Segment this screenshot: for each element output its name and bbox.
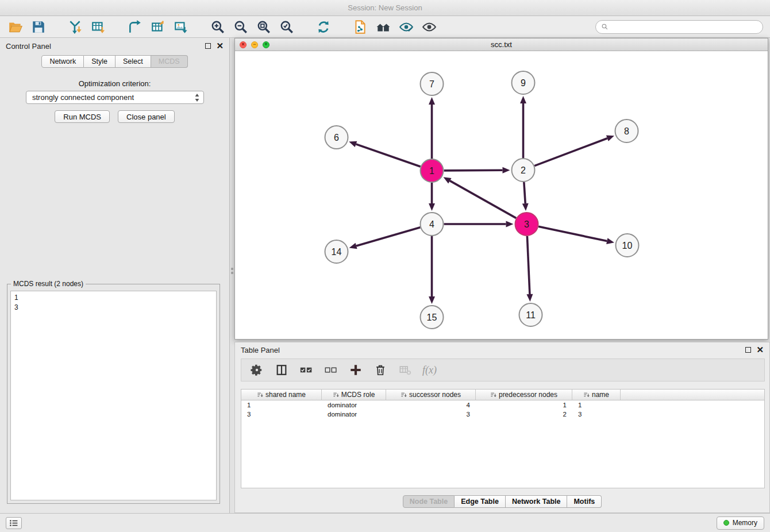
show-columns-icon[interactable] — [274, 363, 289, 377]
network-canvas[interactable]: 7968124314101511 — [235, 51, 768, 339]
export-table-icon[interactable] — [149, 18, 167, 36]
column-header-successor-nodes[interactable]: successor nodes — [386, 390, 476, 400]
memory-button[interactable]: Memory — [717, 516, 764, 530]
graph-node-label: 15 — [427, 313, 437, 322]
graph-edge-1-2[interactable] — [444, 170, 502, 171]
search-icon — [601, 23, 609, 30]
panel-menu-button[interactable] — [6, 517, 22, 529]
graph-node-label: 4 — [429, 219, 434, 229]
close-panel-button[interactable]: Close panel — [118, 110, 175, 123]
import-network-icon[interactable] — [67, 18, 84, 36]
memory-label: Memory — [733, 519, 757, 527]
tab-edge-table[interactable]: Edge Table — [455, 495, 506, 508]
mcds-result-line: 3 — [14, 303, 213, 313]
table-cell: 1 — [241, 400, 322, 410]
window-title: Session: New Session — [348, 3, 422, 12]
save-session-icon[interactable] — [30, 18, 47, 36]
tab-style[interactable]: Style — [84, 55, 116, 68]
panel-splitter[interactable] — [230, 38, 234, 513]
function-builder-icon[interactable]: f(x) — [422, 364, 437, 376]
column-header-predecessor-nodes[interactable]: predecessor nodes — [476, 390, 572, 400]
close-window-icon[interactable]: × — [240, 41, 247, 48]
tab-network-table[interactable]: Network Table — [506, 495, 568, 508]
add-row-icon[interactable] — [348, 363, 363, 377]
table-body: 1dominator4113dominator323 — [241, 400, 764, 419]
graph-node-label: 3 — [524, 219, 529, 229]
export-image-icon[interactable] — [172, 18, 190, 36]
table-cell: 2 — [476, 410, 572, 419]
table-cell: 4 — [386, 400, 476, 410]
graph-edge-2-8[interactable] — [534, 138, 607, 166]
graph-edge-arrowhead — [520, 96, 526, 103]
copy-network-icon[interactable] — [352, 18, 369, 36]
column-header-filler — [621, 390, 764, 400]
delete-row-icon[interactable] — [373, 363, 388, 377]
mcds-result-title: MCDS result (2 nodes) — [11, 280, 86, 288]
search-field[interactable] — [595, 20, 763, 34]
table-panel-tabs: Node TableEdge TableNetwork TableMotifs — [235, 495, 769, 508]
import-table-disabled-icon — [398, 363, 413, 377]
graph-edge-arrowhead — [429, 203, 435, 211]
minimize-window-icon[interactable]: − — [251, 41, 258, 48]
mcds-result-list[interactable]: 13 — [10, 291, 217, 500]
table-panel-title: Table Panel — [241, 346, 280, 354]
graph-edge-1-6[interactable] — [356, 144, 420, 167]
graph-node-label: 2 — [521, 165, 526, 175]
float-table-panel-icon[interactable] — [745, 347, 751, 353]
graph-node-label: 8 — [624, 126, 629, 136]
status-bar: Memory — [0, 513, 770, 532]
show-graphics-details-icon[interactable] — [421, 18, 438, 36]
column-header-label: shared name — [265, 391, 306, 399]
column-header-label: predecessor nodes — [499, 391, 557, 399]
open-session-icon[interactable] — [7, 18, 24, 36]
tab-mcds[interactable]: MCDS — [151, 55, 188, 68]
apply-style-icon[interactable] — [398, 18, 415, 36]
search-input[interactable] — [611, 23, 757, 31]
optimization-criterion-label: Optimization criterion: — [0, 79, 229, 88]
tab-motifs[interactable]: Motifs — [567, 495, 602, 508]
graph-edge-arrowhead — [522, 203, 529, 211]
table-panel: Table Panel ✕ — [234, 342, 770, 513]
run-mcds-button[interactable]: Run MCDS — [55, 110, 110, 123]
mcds-result-line: 1 — [14, 293, 213, 303]
tab-node-table[interactable]: Node Table — [403, 495, 455, 508]
tab-network[interactable]: Network — [41, 55, 84, 68]
network-window-titlebar[interactable]: × − + scc.txt — [235, 38, 768, 51]
graph-node-label: 1 — [429, 166, 434, 176]
network-window-title: scc.txt — [491, 40, 512, 49]
tab-select[interactable]: Select — [116, 55, 151, 68]
import-table-icon[interactable] — [90, 18, 107, 36]
graph-node-label: 9 — [521, 78, 526, 88]
column-header-shared-name[interactable]: shared name — [241, 390, 322, 400]
deselect-all-icon[interactable] — [324, 363, 338, 377]
zoom-in-icon[interactable] — [209, 18, 226, 36]
maximize-window-icon[interactable]: + — [263, 41, 270, 48]
table-row[interactable]: 1dominator411 — [241, 400, 764, 410]
table-settings-icon[interactable] — [249, 363, 264, 377]
node-table: shared nameMCDS rolesuccessor nodesprede… — [241, 389, 765, 488]
close-table-panel-icon[interactable]: ✕ — [756, 347, 764, 353]
apply-layout-icon[interactable] — [315, 18, 332, 36]
column-header-mcds-role[interactable]: MCDS role — [322, 390, 386, 400]
float-panel-icon[interactable] — [205, 43, 211, 49]
select-all-icon[interactable] — [299, 363, 314, 377]
zoom-fit-icon[interactable] — [255, 18, 272, 36]
close-panel-icon[interactable]: ✕ — [216, 43, 224, 49]
graph-edge-3-11[interactable] — [527, 236, 529, 294]
zoom-selected-icon[interactable] — [278, 18, 295, 36]
graph-edge-3-10[interactable] — [538, 226, 607, 241]
first-neighbors-icon[interactable] — [375, 18, 392, 36]
graph-edge-4-14[interactable] — [356, 228, 420, 246]
main-toolbar — [0, 16, 770, 38]
export-network-icon[interactable] — [126, 18, 144, 36]
network-graph[interactable]: 7968124314101511 — [235, 51, 768, 339]
table-cell: 3 — [241, 410, 322, 419]
graph-edge-arrowhead — [349, 243, 357, 249]
select-stepper-icon — [194, 92, 200, 103]
column-header-name[interactable]: name — [572, 390, 621, 400]
table-row[interactable]: 3dominator323 — [241, 410, 764, 419]
graph-edge-3-1[interactable] — [450, 181, 516, 218]
graph-edge-2-3[interactable] — [524, 182, 525, 203]
zoom-out-icon[interactable] — [232, 18, 249, 36]
optimization-criterion-select[interactable]: strongly connected component — [26, 91, 204, 104]
